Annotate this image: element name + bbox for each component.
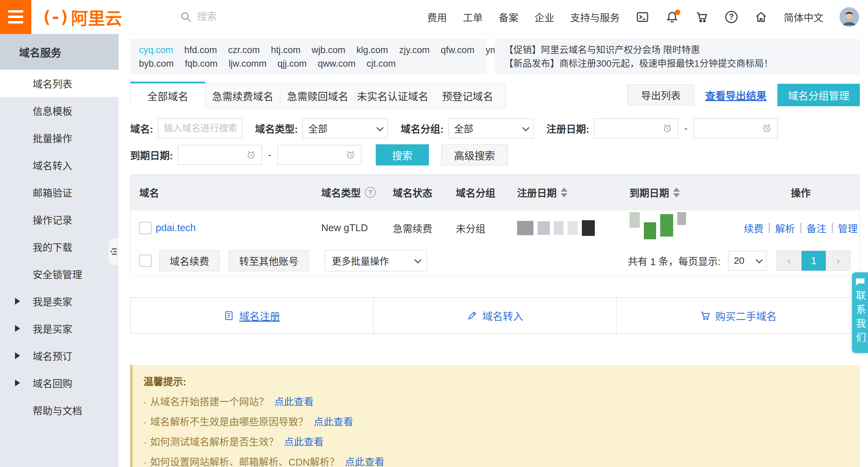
- suggested-domain[interactable]: qfw.com: [441, 45, 475, 55]
- suggested-domain[interactable]: hfd.com: [184, 45, 217, 55]
- view-here-link[interactable]: 点此查看: [284, 437, 324, 448]
- promo-line-1[interactable]: 【促销】阿里云域名与知识产权分会场 限时特惠: [504, 43, 850, 57]
- remark-action-link[interactable]: 备注: [807, 221, 826, 235]
- sidebar-item-domain-list[interactable]: 域名列表: [0, 70, 119, 97]
- view-here-link[interactable]: 点此查看: [314, 417, 353, 428]
- calendar-clock-icon: [762, 123, 772, 133]
- bullet: ·: [143, 457, 147, 467]
- tab-redeem-urgent[interactable]: 急需赎回域名: [280, 83, 355, 108]
- notice-title: 温馨提示:: [143, 374, 849, 388]
- select-all-checkbox[interactable]: [139, 255, 152, 267]
- sidebar-item-i-am-buyer[interactable]: 我是买家: [0, 315, 119, 342]
- group-filter-select[interactable]: 全部: [448, 118, 533, 138]
- batch-transfer-account-button[interactable]: 转至其他账号: [229, 250, 309, 271]
- nav-link-tickets[interactable]: 工单: [463, 10, 483, 24]
- pagination-zone: 共有 1 条，每页显示: 20 ‹ 1 ›: [628, 251, 851, 271]
- domain-group-manage-button[interactable]: 域名分组管理: [777, 84, 860, 106]
- reg-date-start-input[interactable]: [594, 118, 678, 138]
- suggested-domain[interactable]: cjt.com: [367, 59, 396, 69]
- suggested-domain[interactable]: qjj.com: [278, 59, 307, 69]
- chevron-down-icon: [414, 256, 421, 263]
- sidebar-item-domain-transfer-in[interactable]: 域名转入: [0, 151, 119, 179]
- sidebar-item-email-verify[interactable]: 邮箱验证: [0, 179, 119, 206]
- nav-link-enterprise[interactable]: 企业: [534, 10, 554, 24]
- user-avatar[interactable]: [839, 7, 859, 27]
- promo-line-2[interactable]: 【新品发布】商标注册300元起，极速申报最快1分钟提交商标局！: [504, 57, 850, 70]
- domain-group-value: 未分组: [456, 224, 485, 235]
- collapse-icon: [109, 247, 118, 256]
- tab-renewal-urgent[interactable]: 急需续费域名: [205, 83, 280, 108]
- sidebar: 域名服务 域名列表 信息模板 批量操作 域名转入 邮箱验证 操作记录 我的下载 …: [0, 34, 119, 467]
- locale-switcher[interactable]: 简体中文: [784, 10, 823, 24]
- suggested-domain[interactable]: ljw.comm: [229, 59, 266, 69]
- cart-icon: [700, 310, 711, 321]
- help-icon[interactable]: ?: [725, 10, 738, 24]
- batch-renew-button[interactable]: 域名续费: [159, 250, 220, 271]
- nav-link-icp[interactable]: 备案: [499, 10, 518, 24]
- sidebar-item-batch-ops[interactable]: 批量操作: [0, 124, 119, 151]
- sidebar-menu: 域名列表 信息模板 批量操作 域名转入 邮箱验证 操作记录 我的下载 安全锁管理…: [0, 70, 119, 424]
- prev-page-button[interactable]: ‹: [777, 251, 801, 271]
- search-icon: [180, 11, 192, 23]
- sidebar-item-security-lock[interactable]: 安全锁管理: [0, 260, 119, 288]
- suggested-domain[interactable]: cyq.com: [139, 45, 173, 55]
- type-filter-select[interactable]: 全部: [303, 118, 388, 138]
- sidebar-collapse-handle[interactable]: [108, 238, 119, 265]
- hamburger-menu-button[interactable]: [0, 0, 31, 34]
- sidebar-item-info-template[interactable]: 信息模板: [0, 97, 119, 124]
- exp-date-end-input[interactable]: [277, 145, 361, 165]
- sidebar-item-op-history[interactable]: 操作记录: [0, 206, 119, 233]
- suggested-domain[interactable]: czr.com: [228, 45, 260, 55]
- suggested-domain[interactable]: wjb.com: [312, 45, 345, 55]
- domain-filter-input[interactable]: [164, 123, 236, 134]
- view-here-link[interactable]: 点此查看: [345, 457, 385, 467]
- manage-action-link[interactable]: 管理: [838, 221, 858, 235]
- sidebar-item-i-am-seller[interactable]: 我是卖家: [0, 288, 119, 315]
- notifications-bell-icon[interactable]: [665, 10, 679, 24]
- suggested-domain[interactable]: klg.com: [356, 45, 388, 55]
- current-page-button[interactable]: 1: [801, 251, 826, 271]
- sort-exp-date-icon[interactable]: [673, 188, 680, 197]
- home-icon[interactable]: [754, 10, 768, 24]
- terminal-icon[interactable]: [636, 10, 649, 24]
- sidebar-item-my-downloads[interactable]: 我的下载: [0, 233, 119, 260]
- renew-action-link[interactable]: 续费: [744, 221, 763, 235]
- cart-icon[interactable]: [695, 10, 709, 24]
- contact-us-tab[interactable]: 联系我们: [852, 272, 868, 353]
- suggested-domain[interactable]: htj.com: [271, 45, 300, 55]
- quick-link-transfer-in-domain[interactable]: 域名转入: [373, 298, 617, 333]
- more-batch-ops-select[interactable]: 更多批量操作: [325, 250, 427, 271]
- sidebar-item-domain-buyback[interactable]: 域名回购: [0, 369, 119, 397]
- suggested-domain[interactable]: zjy.com: [399, 45, 430, 55]
- search-input[interactable]: [197, 11, 313, 22]
- sidebar-item-domain-reserve[interactable]: 域名预订: [0, 342, 119, 369]
- export-list-button[interactable]: 导出列表: [627, 84, 694, 106]
- view-here-link[interactable]: 点此查看: [274, 397, 314, 407]
- sort-reg-date-icon[interactable]: [561, 188, 568, 197]
- row-checkbox[interactable]: [139, 222, 152, 234]
- suggested-domain[interactable]: qww.com: [318, 59, 356, 69]
- reg-date-end-input[interactable]: [694, 118, 778, 138]
- suggested-domain[interactable]: fqb.com: [185, 59, 218, 69]
- quick-link-register-domain[interactable]: 域名注册: [130, 298, 373, 333]
- suggested-domain[interactable]: byb.com: [139, 59, 174, 69]
- page-size-select[interactable]: 20: [728, 251, 767, 271]
- quick-link-buy-secondhand-domain[interactable]: 购买二手域名: [616, 298, 859, 333]
- chevron-down-icon: [376, 124, 384, 131]
- advanced-search-button[interactable]: 高级搜索: [441, 144, 508, 165]
- sidebar-item-help-docs[interactable]: 帮助与文档: [0, 397, 119, 424]
- aliyun-logo[interactable]: (-) 阿里云: [42, 5, 122, 29]
- tab-not-verified[interactable]: 未实名认证域名: [355, 83, 430, 108]
- nav-link-billing[interactable]: 费用: [427, 10, 447, 24]
- search-button[interactable]: 搜索: [376, 144, 429, 165]
- tab-all-domains[interactable]: 全部域名: [130, 82, 205, 108]
- bullet: ·: [143, 417, 147, 428]
- exp-date-start-input[interactable]: [178, 145, 262, 165]
- type-help-icon[interactable]: ?: [365, 187, 376, 198]
- nav-link-support[interactable]: 支持与服务: [570, 10, 620, 24]
- next-page-button[interactable]: ›: [826, 251, 850, 271]
- domain-link[interactable]: pdai.tech: [156, 222, 196, 233]
- view-export-result-link[interactable]: 查看导出结果: [705, 87, 766, 102]
- resolve-action-link[interactable]: 解析: [775, 221, 795, 235]
- tab-preregistered[interactable]: 预登记域名: [430, 83, 505, 108]
